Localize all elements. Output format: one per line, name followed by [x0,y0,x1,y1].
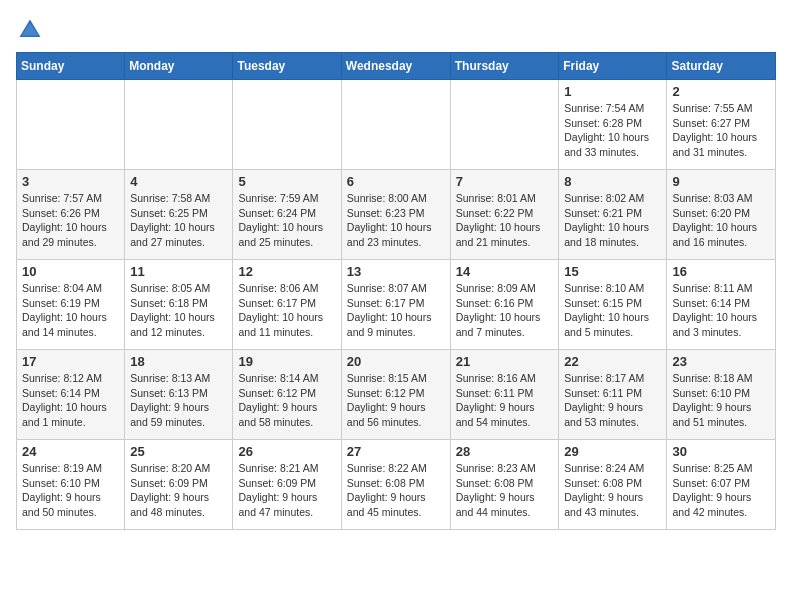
day-info: Sunrise: 8:03 AM Sunset: 6:20 PM Dayligh… [672,191,770,250]
day-cell [17,80,125,170]
day-info: Sunrise: 8:13 AM Sunset: 6:13 PM Dayligh… [130,371,227,430]
weekday-sunday: Sunday [17,53,125,80]
weekday-saturday: Saturday [667,53,776,80]
day-cell: 24Sunrise: 8:19 AM Sunset: 6:10 PM Dayli… [17,440,125,530]
day-cell: 7Sunrise: 8:01 AM Sunset: 6:22 PM Daylig… [450,170,559,260]
day-info: Sunrise: 8:00 AM Sunset: 6:23 PM Dayligh… [347,191,445,250]
day-cell: 17Sunrise: 8:12 AM Sunset: 6:14 PM Dayli… [17,350,125,440]
day-info: Sunrise: 8:15 AM Sunset: 6:12 PM Dayligh… [347,371,445,430]
day-info: Sunrise: 7:59 AM Sunset: 6:24 PM Dayligh… [238,191,335,250]
day-cell: 11Sunrise: 8:05 AM Sunset: 6:18 PM Dayli… [125,260,233,350]
day-cell [125,80,233,170]
day-cell: 12Sunrise: 8:06 AM Sunset: 6:17 PM Dayli… [233,260,341,350]
day-cell: 4Sunrise: 7:58 AM Sunset: 6:25 PM Daylig… [125,170,233,260]
day-number: 10 [22,264,119,279]
day-number: 12 [238,264,335,279]
day-cell: 18Sunrise: 8:13 AM Sunset: 6:13 PM Dayli… [125,350,233,440]
day-cell: 20Sunrise: 8:15 AM Sunset: 6:12 PM Dayli… [341,350,450,440]
weekday-thursday: Thursday [450,53,559,80]
day-number: 26 [238,444,335,459]
day-cell: 21Sunrise: 8:16 AM Sunset: 6:11 PM Dayli… [450,350,559,440]
day-number: 15 [564,264,661,279]
day-number: 17 [22,354,119,369]
day-info: Sunrise: 8:24 AM Sunset: 6:08 PM Dayligh… [564,461,661,520]
day-number: 11 [130,264,227,279]
day-info: Sunrise: 7:54 AM Sunset: 6:28 PM Dayligh… [564,101,661,160]
day-cell: 23Sunrise: 8:18 AM Sunset: 6:10 PM Dayli… [667,350,776,440]
day-cell: 26Sunrise: 8:21 AM Sunset: 6:09 PM Dayli… [233,440,341,530]
day-cell: 13Sunrise: 8:07 AM Sunset: 6:17 PM Dayli… [341,260,450,350]
day-cell: 16Sunrise: 8:11 AM Sunset: 6:14 PM Dayli… [667,260,776,350]
day-cell: 5Sunrise: 7:59 AM Sunset: 6:24 PM Daylig… [233,170,341,260]
day-number: 29 [564,444,661,459]
weekday-wednesday: Wednesday [341,53,450,80]
day-cell: 29Sunrise: 8:24 AM Sunset: 6:08 PM Dayli… [559,440,667,530]
calendar-table: SundayMondayTuesdayWednesdayThursdayFrid… [16,52,776,530]
day-number: 28 [456,444,554,459]
day-cell: 25Sunrise: 8:20 AM Sunset: 6:09 PM Dayli… [125,440,233,530]
day-number: 5 [238,174,335,189]
day-info: Sunrise: 8:09 AM Sunset: 6:16 PM Dayligh… [456,281,554,340]
weekday-tuesday: Tuesday [233,53,341,80]
day-number: 19 [238,354,335,369]
week-row-1: 1Sunrise: 7:54 AM Sunset: 6:28 PM Daylig… [17,80,776,170]
day-info: Sunrise: 8:11 AM Sunset: 6:14 PM Dayligh… [672,281,770,340]
logo-icon [16,16,44,44]
day-info: Sunrise: 8:06 AM Sunset: 6:17 PM Dayligh… [238,281,335,340]
week-row-4: 17Sunrise: 8:12 AM Sunset: 6:14 PM Dayli… [17,350,776,440]
day-info: Sunrise: 7:58 AM Sunset: 6:25 PM Dayligh… [130,191,227,250]
day-number: 14 [456,264,554,279]
day-cell: 9Sunrise: 8:03 AM Sunset: 6:20 PM Daylig… [667,170,776,260]
day-info: Sunrise: 8:02 AM Sunset: 6:21 PM Dayligh… [564,191,661,250]
weekday-friday: Friday [559,53,667,80]
day-number: 9 [672,174,770,189]
day-cell: 27Sunrise: 8:22 AM Sunset: 6:08 PM Dayli… [341,440,450,530]
day-info: Sunrise: 8:12 AM Sunset: 6:14 PM Dayligh… [22,371,119,430]
week-row-2: 3Sunrise: 7:57 AM Sunset: 6:26 PM Daylig… [17,170,776,260]
day-number: 16 [672,264,770,279]
day-info: Sunrise: 7:57 AM Sunset: 6:26 PM Dayligh… [22,191,119,250]
day-cell [450,80,559,170]
day-info: Sunrise: 8:17 AM Sunset: 6:11 PM Dayligh… [564,371,661,430]
day-number: 6 [347,174,445,189]
week-row-3: 10Sunrise: 8:04 AM Sunset: 6:19 PM Dayli… [17,260,776,350]
calendar-header: SundayMondayTuesdayWednesdayThursdayFrid… [17,53,776,80]
day-info: Sunrise: 8:21 AM Sunset: 6:09 PM Dayligh… [238,461,335,520]
day-info: Sunrise: 8:04 AM Sunset: 6:19 PM Dayligh… [22,281,119,340]
day-info: Sunrise: 8:10 AM Sunset: 6:15 PM Dayligh… [564,281,661,340]
day-number: 30 [672,444,770,459]
day-number: 8 [564,174,661,189]
day-number: 1 [564,84,661,99]
weekday-monday: Monday [125,53,233,80]
day-info: Sunrise: 8:25 AM Sunset: 6:07 PM Dayligh… [672,461,770,520]
day-info: Sunrise: 8:05 AM Sunset: 6:18 PM Dayligh… [130,281,227,340]
day-number: 25 [130,444,227,459]
day-cell: 8Sunrise: 8:02 AM Sunset: 6:21 PM Daylig… [559,170,667,260]
day-info: Sunrise: 8:07 AM Sunset: 6:17 PM Dayligh… [347,281,445,340]
day-info: Sunrise: 8:23 AM Sunset: 6:08 PM Dayligh… [456,461,554,520]
day-cell: 30Sunrise: 8:25 AM Sunset: 6:07 PM Dayli… [667,440,776,530]
logo [16,16,48,44]
day-number: 24 [22,444,119,459]
day-info: Sunrise: 8:14 AM Sunset: 6:12 PM Dayligh… [238,371,335,430]
day-cell: 14Sunrise: 8:09 AM Sunset: 6:16 PM Dayli… [450,260,559,350]
day-cell: 2Sunrise: 7:55 AM Sunset: 6:27 PM Daylig… [667,80,776,170]
day-number: 3 [22,174,119,189]
page-header [16,16,776,44]
day-cell: 19Sunrise: 8:14 AM Sunset: 6:12 PM Dayli… [233,350,341,440]
day-info: Sunrise: 7:55 AM Sunset: 6:27 PM Dayligh… [672,101,770,160]
day-number: 7 [456,174,554,189]
day-number: 21 [456,354,554,369]
day-info: Sunrise: 8:16 AM Sunset: 6:11 PM Dayligh… [456,371,554,430]
day-cell: 6Sunrise: 8:00 AM Sunset: 6:23 PM Daylig… [341,170,450,260]
day-info: Sunrise: 8:18 AM Sunset: 6:10 PM Dayligh… [672,371,770,430]
day-cell: 15Sunrise: 8:10 AM Sunset: 6:15 PM Dayli… [559,260,667,350]
calendar-body: 1Sunrise: 7:54 AM Sunset: 6:28 PM Daylig… [17,80,776,530]
day-number: 27 [347,444,445,459]
day-cell: 3Sunrise: 7:57 AM Sunset: 6:26 PM Daylig… [17,170,125,260]
day-cell: 1Sunrise: 7:54 AM Sunset: 6:28 PM Daylig… [559,80,667,170]
day-info: Sunrise: 8:22 AM Sunset: 6:08 PM Dayligh… [347,461,445,520]
day-info: Sunrise: 8:01 AM Sunset: 6:22 PM Dayligh… [456,191,554,250]
day-number: 22 [564,354,661,369]
day-cell: 22Sunrise: 8:17 AM Sunset: 6:11 PM Dayli… [559,350,667,440]
